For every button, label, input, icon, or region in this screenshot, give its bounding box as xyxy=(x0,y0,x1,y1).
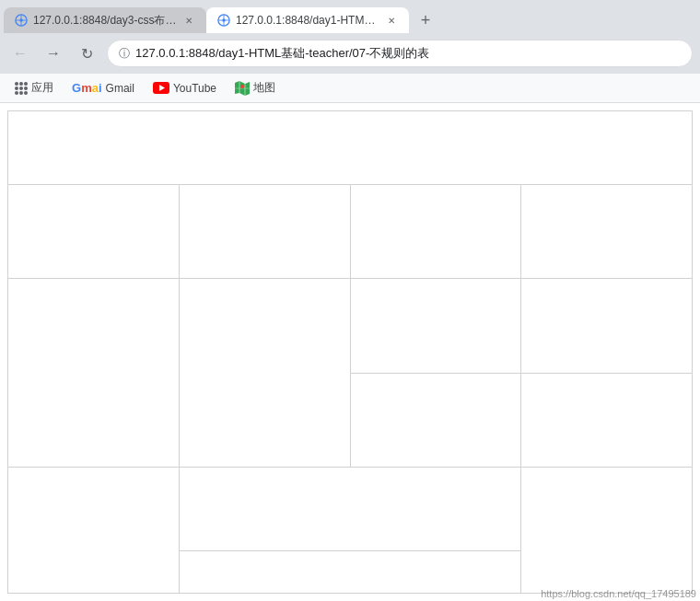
table-cell xyxy=(521,468,693,594)
back-button[interactable]: ← xyxy=(7,40,33,66)
table-cell xyxy=(179,551,521,594)
table-cell xyxy=(8,111,693,185)
forward-button[interactable]: → xyxy=(41,40,66,66)
browser-chrome: 127.0.0.1:8848/day3-css布局/0 ✕ 127.0.0.1:… xyxy=(0,0,700,103)
page-content xyxy=(0,103,700,601)
bookmark-maps[interactable]: 地图 xyxy=(228,76,283,99)
svg-point-10 xyxy=(240,85,244,88)
youtube-icon xyxy=(153,82,169,94)
table-cell xyxy=(8,279,180,468)
table-cell xyxy=(8,184,180,279)
tab2-favicon xyxy=(217,14,230,27)
bookmark-youtube[interactable]: YouTube xyxy=(146,78,224,98)
table-cell xyxy=(350,184,521,279)
youtube-label: YouTube xyxy=(173,82,216,95)
table-cell xyxy=(521,184,693,279)
maps-icon xyxy=(235,81,250,96)
bookmarks-bar: 应用 Gmai Gmail YouTube xyxy=(0,74,700,103)
gmail-label: Gmail xyxy=(106,82,134,95)
table-cell xyxy=(521,279,693,374)
lock-icon: ⓘ xyxy=(119,46,130,62)
gmail-icon: Gmai xyxy=(72,81,102,95)
bookmark-gmail[interactable]: Gmai Gmail xyxy=(64,77,142,98)
table-cell xyxy=(8,468,180,594)
tab2-close-button[interactable]: ✕ xyxy=(385,14,398,27)
address-text: 127.0.0.1:8848/day1-HTML基础-teacher/07-不规… xyxy=(135,45,429,62)
table-cell xyxy=(350,279,521,374)
table-row xyxy=(8,279,693,374)
address-input[interactable]: ⓘ 127.0.0.1:8848/day1-HTML基础-teacher/07-… xyxy=(107,40,693,67)
address-bar-row: ← → ↻ ⓘ 127.0.0.1:8848/day1-HTML基础-teach… xyxy=(0,33,700,74)
tab-bar: 127.0.0.1:8848/day3-css布局/0 ✕ 127.0.0.1:… xyxy=(0,0,700,33)
table-cell xyxy=(350,373,521,468)
table-cell xyxy=(179,279,350,468)
table-cell xyxy=(521,373,693,468)
tab-2[interactable]: 127.0.0.1:8848/day1-HTML基础 ✕ xyxy=(206,7,409,33)
table-row xyxy=(8,468,693,551)
maps-label: 地图 xyxy=(253,80,275,96)
table-row xyxy=(8,184,693,279)
new-tab-button[interactable]: + xyxy=(413,7,438,33)
irregular-table xyxy=(7,110,693,594)
bookmark-apps[interactable]: 应用 xyxy=(7,76,61,99)
table-row xyxy=(8,111,693,185)
table-cell xyxy=(179,468,521,551)
tab1-title: 127.0.0.1:8848/day3-css布局/0 xyxy=(33,13,177,29)
apps-label: 应用 xyxy=(31,80,53,96)
tab-1[interactable]: 127.0.0.1:8848/day3-css布局/0 ✕ xyxy=(4,7,206,33)
tab2-title: 127.0.0.1:8848/day1-HTML基础 xyxy=(236,13,379,29)
tab1-favicon xyxy=(15,14,28,27)
table-cell xyxy=(179,184,350,279)
reload-button[interactable]: ↻ xyxy=(74,40,99,66)
apps-icon xyxy=(15,82,28,95)
tab1-close-button[interactable]: ✕ xyxy=(182,14,195,27)
